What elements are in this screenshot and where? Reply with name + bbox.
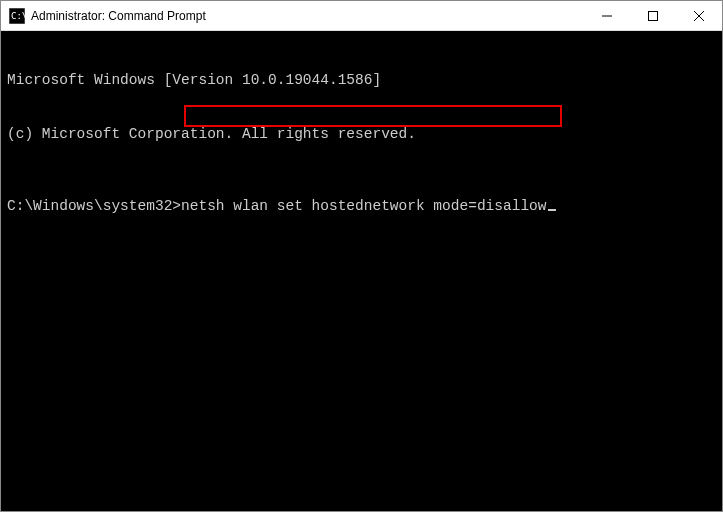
highlight-annotation [184, 105, 562, 127]
svg-rect-4 [649, 11, 658, 20]
close-button[interactable] [676, 1, 722, 31]
prompt-line: C:\Windows\system32>netsh wlan set hoste… [7, 197, 716, 215]
cursor [548, 209, 556, 211]
maximize-button[interactable] [630, 1, 676, 31]
typed-command: netsh wlan set hostednetwork mode=disall… [181, 198, 546, 214]
terminal-area[interactable]: Microsoft Windows [Version 10.0.19044.15… [1, 31, 722, 511]
copyright-line: (c) Microsoft Corporation. All rights re… [7, 125, 716, 143]
svg-text:C:\: C:\ [11, 11, 25, 21]
minimize-button[interactable] [584, 1, 630, 31]
window-title: Administrator: Command Prompt [31, 9, 206, 23]
version-line: Microsoft Windows [Version 10.0.19044.15… [7, 71, 716, 89]
cmd-icon: C:\ [9, 8, 25, 24]
titlebar[interactable]: C:\ Administrator: Command Prompt [1, 1, 722, 31]
prompt-path: C:\Windows\system32> [7, 198, 181, 214]
